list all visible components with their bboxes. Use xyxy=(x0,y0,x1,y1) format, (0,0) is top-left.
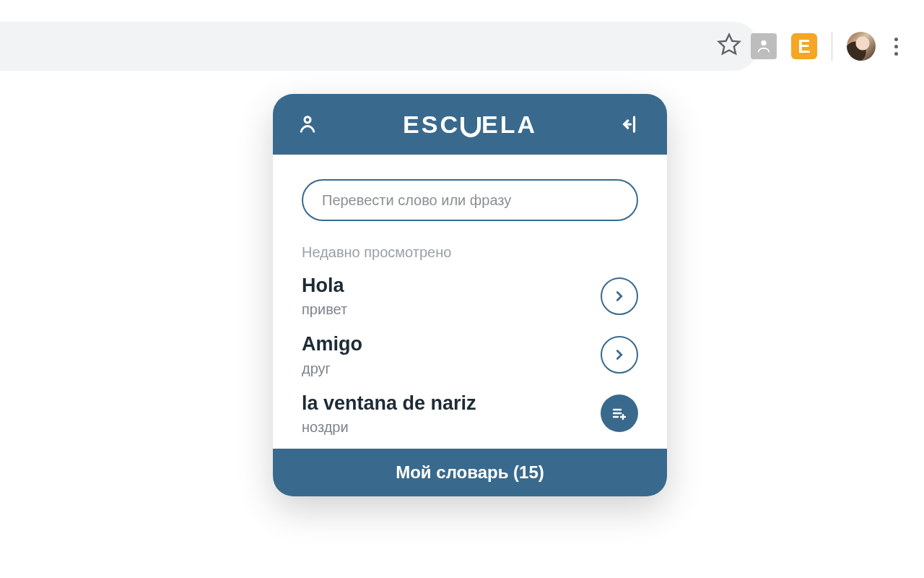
extension-icon-escuela[interactable]: E xyxy=(791,33,817,59)
svg-point-0 xyxy=(761,40,766,46)
entry-translation: привет xyxy=(302,301,589,318)
entry-text: Amigo друг xyxy=(302,332,589,376)
list-add-icon xyxy=(611,405,628,422)
search-input[interactable] xyxy=(302,179,638,221)
open-entry-button[interactable] xyxy=(601,336,638,374)
entry-word: Hola xyxy=(302,274,589,297)
browser-toolbar-right: E xyxy=(751,22,902,71)
open-entry-button[interactable] xyxy=(601,277,638,315)
entry-translation: друг xyxy=(302,361,589,377)
bookmark-star-icon[interactable] xyxy=(716,32,742,61)
brand-logo: ESCELA xyxy=(403,111,537,139)
entry-row: la ventana de nariz ноздри xyxy=(302,392,638,436)
entry-word: Amigo xyxy=(302,332,589,355)
chevron-right-icon xyxy=(611,347,627,363)
my-dictionary-button[interactable]: Мой словарь (15) xyxy=(273,449,667,496)
popup-header: ESCELA xyxy=(273,94,667,155)
toolbar-divider xyxy=(832,32,832,61)
recent-section-label: Недавно просмотрено xyxy=(302,244,638,261)
popup-body: Недавно просмотрено Hola привет Amigo др… xyxy=(273,155,667,449)
extension-icon-generic[interactable] xyxy=(751,33,777,59)
entry-translation: ноздри xyxy=(302,419,589,436)
entry-row: Amigo друг xyxy=(302,332,638,376)
browser-address-bar[interactable] xyxy=(0,22,758,71)
profile-avatar[interactable] xyxy=(847,32,876,61)
entry-text: la ventana de nariz ноздри xyxy=(302,392,589,436)
svg-point-1 xyxy=(305,117,310,123)
entry-text: Hola привет xyxy=(302,274,589,318)
browser-menu-icon[interactable] xyxy=(890,33,902,60)
escuela-popup: ESCELA Недавно просмотрено Hola привет xyxy=(273,94,667,496)
profile-button[interactable] xyxy=(295,111,321,137)
brand-u-icon xyxy=(461,117,481,137)
recent-entries: Hola привет Amigo друг la ventana de xyxy=(302,274,638,436)
collapse-button[interactable] xyxy=(619,111,645,137)
chevron-right-icon xyxy=(611,288,627,304)
entry-row: Hola привет xyxy=(302,274,638,318)
entry-word: la ventana de nariz xyxy=(302,392,589,415)
add-to-list-button[interactable] xyxy=(601,394,638,432)
footer-label: Мой словарь (15) xyxy=(396,462,544,483)
